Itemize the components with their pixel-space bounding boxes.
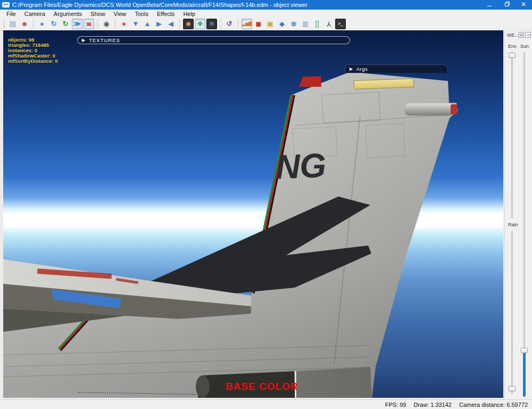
main-area: objects: 96 triangles: 716485 instances:…: [0, 30, 532, 399]
viewport-frame: objects: 96 triangles: 716485 instances:…: [0, 30, 504, 399]
minimize-icon: [487, 2, 492, 6]
restore-button[interactable]: [498, 0, 515, 10]
access-panel: [365, 123, 405, 158]
popout-icon[interactable]: ⊡: [518, 32, 524, 38]
rotate-ccw-icon[interactable]: ↺: [224, 19, 235, 29]
minimize-button[interactable]: [481, 0, 498, 10]
step-back-icon[interactable]: ◀: [165, 19, 176, 29]
app-icon: [2, 2, 10, 7]
dot-grid-icon[interactable]: ⣿: [312, 19, 322, 29]
tripod-icon[interactable]: Y: [323, 19, 334, 29]
cone-down-icon[interactable]: ▼: [130, 19, 141, 29]
step-forward-icon[interactable]: ▶: [154, 19, 164, 29]
toolbar: ▤ ☻ ● ↻ ↻ ≫ ж ◉ + ▼ ▲ ▶ ◀ ☻ ❖ ≡ ↺ ▂▅▇ ◼ …: [0, 18, 532, 30]
draw-value: Draw: 1.33142: [413, 402, 452, 408]
toolbar-grip[interactable]: [237, 20, 239, 28]
axis-sphere-icon[interactable]: ⊕: [288, 19, 299, 29]
cube-icon[interactable]: ◼: [253, 19, 264, 29]
args-panel-label: Args: [356, 66, 368, 72]
menu-bar: File Camera Arguments Show View Tools Ef…: [0, 10, 532, 18]
weather-panel-title: WE...: [507, 32, 519, 38]
menu-view[interactable]: View: [110, 11, 131, 17]
menu-tools[interactable]: Tools: [130, 11, 153, 17]
env-slider-thumb[interactable]: [509, 53, 516, 58]
close-icon: ✕: [521, 1, 526, 8]
person-add-icon[interactable]: ☻: [19, 19, 30, 29]
rain-slider-label: Rain: [508, 222, 518, 227]
portrait-icon[interactable]: ☻: [183, 19, 194, 29]
toolbar-grip[interactable]: [179, 20, 180, 28]
stat-sortbydistance: mfSortByDistance: 0: [8, 59, 57, 64]
toolbar-grip[interactable]: [220, 20, 221, 28]
toolbar-grip[interactable]: [32, 20, 34, 28]
open-file-icon[interactable]: ▤: [7, 19, 18, 29]
textures-panel-header[interactable]: ▶ TEXTURES: [77, 36, 350, 44]
weather-panel: WE... ⊡ × Env Sun Rain: [504, 30, 532, 399]
menu-file[interactable]: File: [2, 11, 20, 17]
sun-slider-label: Sun: [520, 44, 529, 49]
tail-light: [451, 104, 457, 114]
window-title: C:/Program Files/Eagle Dynamics/DCS Worl…: [12, 2, 307, 8]
toolbar-grip[interactable]: [97, 20, 98, 28]
f14-model: NG BASE COLOR: [3, 30, 503, 398]
grid-icon[interactable]: ▦: [300, 19, 311, 29]
console-icon[interactable]: >_: [335, 19, 346, 29]
toolbar-grip[interactable]: [114, 20, 116, 28]
tripod-glyph: Y: [327, 19, 331, 29]
sphere-icon[interactable]: ●: [37, 19, 47, 29]
crosshair-icon[interactable]: +: [119, 19, 129, 29]
args-panel-header[interactable]: ▶ Args: [345, 64, 448, 73]
rain-slider[interactable]: [511, 231, 513, 394]
nozzle-cap: [196, 375, 210, 398]
panel-close-icon[interactable]: ×: [525, 32, 531, 38]
env-slider-label: Env: [508, 44, 517, 49]
layers-icon[interactable]: ≡: [206, 19, 217, 29]
playback-icon[interactable]: ≫: [72, 19, 82, 29]
sun-slider-fill: [523, 351, 526, 397]
refresh-icon[interactable]: ↻: [48, 19, 59, 29]
camera-distance-value: Camera distance: 6.59772: [459, 402, 528, 408]
tail-code-decal: NG: [275, 145, 327, 186]
sun-slider[interactable]: [523, 52, 525, 397]
expand-arrow-icon: ▶: [82, 38, 86, 43]
rain-slider-thumb[interactable]: [509, 386, 516, 391]
textures-panel-label: TEXTURES: [89, 37, 120, 43]
camera-icon[interactable]: ◉: [101, 19, 112, 29]
reload-icon[interactable]: ↻: [60, 19, 71, 29]
menu-arguments[interactable]: Arguments: [49, 11, 86, 17]
close-button[interactable]: ✕: [515, 0, 532, 10]
menu-show[interactable]: Show: [86, 11, 110, 17]
menu-effects[interactable]: Effects: [153, 11, 179, 17]
viewport-3d[interactable]: objects: 96 triangles: 716485 instances:…: [3, 30, 503, 398]
box-wireframe-icon[interactable]: ▣: [265, 19, 276, 29]
fin-shading: [3, 30, 503, 398]
sun-slider-thumb[interactable]: [521, 348, 528, 353]
gem-icon[interactable]: ◆: [277, 19, 287, 29]
restore-icon: [505, 3, 509, 6]
cone-up-icon[interactable]: ▲: [142, 19, 153, 29]
status-bar: FPS: 99 Draw: 1.33142 Camera distance: 6…: [0, 399, 532, 409]
expand-arrow-icon: ▶: [350, 67, 353, 71]
menu-camera[interactable]: Camera: [20, 11, 49, 17]
tail-boom: [404, 103, 454, 116]
toolbar-grip[interactable]: [3, 20, 5, 28]
bar-chart-icon[interactable]: ▂▅▇: [242, 19, 252, 29]
fps-value: FPS: 99: [385, 402, 406, 408]
env-slider[interactable]: [511, 52, 513, 218]
running-man-icon[interactable]: ж: [84, 19, 94, 29]
title-bar: C:/Program Files/Eagle Dynamics/DCS Worl…: [0, 0, 532, 10]
menu-help[interactable]: Help: [179, 11, 200, 17]
shapes-icon[interactable]: ❖: [195, 19, 205, 29]
base-color-decal: BASE COLOR: [226, 381, 343, 392]
access-panel: [322, 92, 381, 124]
render-stats: objects: 96 triangles: 716485 instances:…: [8, 37, 57, 64]
